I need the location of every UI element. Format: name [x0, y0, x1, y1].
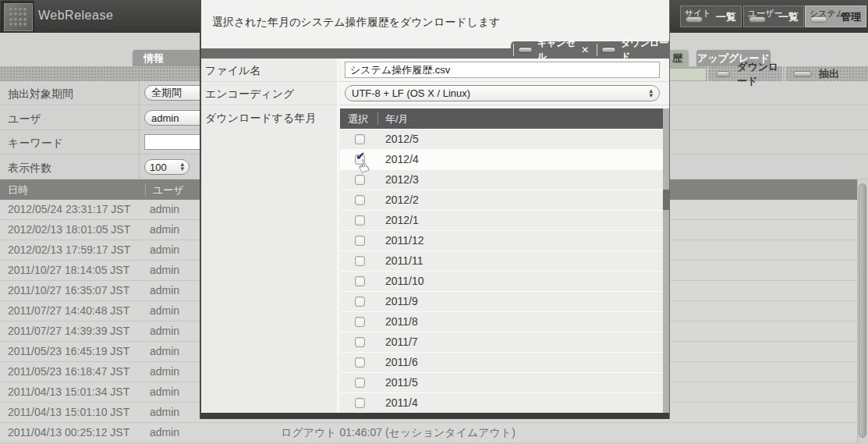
month-label: 2011/10	[385, 275, 424, 287]
month-row: ✔ 2011/12	[340, 230, 663, 250]
history-user: admin	[150, 203, 179, 215]
menu-user-list[interactable]: ユーザー 一覧	[743, 5, 804, 27]
user-select-value: admin	[151, 112, 179, 124]
close-icon[interactable]: ✕	[581, 44, 589, 55]
history-user: admin	[150, 385, 179, 398]
stepper-icon: ▴▾	[175, 162, 184, 171]
pill-icon	[793, 71, 812, 77]
bar-divider	[513, 44, 514, 56]
month-checkbox[interactable]: ✔	[355, 317, 365, 327]
app-logo-dots-icon	[4, 3, 33, 31]
filename-row: ファイル名	[201, 59, 669, 82]
column-select: 選択	[348, 112, 368, 126]
month-label: 2012/1	[385, 214, 419, 226]
column-month: 年/月	[385, 112, 409, 126]
month-row: ✔ 2012/2	[340, 190, 663, 210]
month-checkbox[interactable]: ✔	[355, 195, 365, 205]
toolbar-download-button[interactable]: ダウンロード	[707, 66, 783, 81]
dialog-title: 選択された年月のシステム操作履歴をダウンロードします	[212, 16, 501, 30]
month-row: ✔ 2012/1	[340, 210, 663, 230]
month-row: ✔ 2011/5	[340, 372, 663, 392]
history-user: admin	[150, 406, 179, 418]
stepper-icon: ▴▾	[644, 89, 653, 98]
month-row: ✔ 2011/4	[340, 392, 663, 413]
filename-value-cell	[340, 59, 669, 82]
month-row: ✔ 2012/3	[340, 169, 663, 190]
month-checkbox[interactable]: ✔	[355, 134, 365, 144]
toolbar-extract-button[interactable]: 抽出	[785, 66, 868, 81]
history-user: admin	[150, 223, 179, 236]
history-datetime: 2011/10/27 16:35:07 JST	[8, 284, 129, 297]
encoding-select-value: UTF-8 + LF (OS X / Linux)	[352, 87, 470, 99]
form-divider	[139, 81, 140, 179]
pill-icon	[716, 71, 730, 77]
count-select[interactable]: 100 ▴▾	[144, 159, 190, 175]
month-label: 2011/8	[385, 315, 418, 328]
month-row: ✔ 2011/11	[340, 250, 663, 271]
pill-icon	[601, 47, 616, 53]
dialog-button-bar-strip	[201, 48, 511, 59]
month-checkbox[interactable]: ✔	[355, 215, 365, 226]
history-user: admin	[150, 264, 179, 276]
filter-user-label: ユーザ	[8, 112, 41, 126]
month-checkbox[interactable]: ✔	[355, 398, 365, 408]
column-divider	[377, 112, 378, 125]
month-checkbox[interactable]: ✔	[355, 236, 365, 246]
month-row: ✔ 2011/10	[340, 271, 663, 291]
pill-icon	[810, 16, 827, 23]
filter-keyword-label: キーワード	[8, 137, 63, 151]
history-user: admin	[150, 304, 179, 317]
month-label: 2012/2	[385, 194, 419, 206]
month-checkbox[interactable]: ✔	[355, 337, 365, 347]
month-checkbox[interactable]: ✔	[355, 276, 365, 286]
history-datetime: 2011/04/13 15:01:34 JST	[8, 385, 129, 398]
column-datetime: 日時	[8, 183, 28, 197]
history-user: admin	[150, 365, 179, 378]
history-datetime: 2011/07/27 14:39:39 JST	[8, 325, 129, 337]
page-scrollbar-thumb[interactable]	[859, 183, 866, 438]
filter-count-label: 表示件数	[8, 162, 51, 176]
count-select-value: 100	[150, 162, 167, 173]
encoding-value-cell: UTF-8 + LF (OS X / Linux) ▴▾	[340, 82, 669, 105]
months-label-cell: ダウンロードする年月	[201, 105, 338, 413]
menu-system-admin[interactable]: システム 管理	[805, 5, 866, 27]
app-title: WebRelease	[38, 9, 113, 23]
encoding-select[interactable]: UTF-8 + LF (OS X / Linux) ▴▾	[345, 85, 660, 101]
months-scrollbar-track[interactable]	[663, 108, 669, 413]
months-rows: ✔ 2012/5 ✔ 2012/4 ✔	[340, 129, 663, 413]
months-table-header: 選択 年/月	[340, 108, 663, 129]
history-datetime: 2011/07/27 14:40:48 JST	[8, 304, 129, 317]
month-checkbox[interactable]: ✔	[355, 378, 365, 388]
history-datetime: 2012/05/24 23:31:17 JST	[8, 203, 130, 215]
dialog-title-area: 選択された年月のシステム操作履歴をダウンロードします	[201, 0, 669, 41]
months-scrollbar-thumb[interactable]	[663, 190, 669, 210]
download-dialog: 選択された年月のシステム操作履歴をダウンロードします キャンセル ✕ ダウンロー…	[200, 0, 670, 419]
month-label: 2011/7	[385, 336, 418, 348]
months-value-cell: 選択 年/月 ✔ 2012/5 ✔	[340, 105, 669, 413]
menu-action-label: 管理	[841, 10, 861, 24]
dialog-shadow	[201, 413, 669, 419]
column-divider	[145, 183, 146, 196]
month-label: 2011/5	[385, 376, 418, 389]
menu-site-list[interactable]: サイト 一覧	[680, 5, 742, 27]
history-action: ログアウト 01:46:07 (セッションタイムアウト)	[281, 426, 515, 440]
months-row: ダウンロードする年月 選択 年/月 ✔ 2012/5	[201, 105, 669, 413]
filename-input[interactable]	[345, 62, 660, 78]
history-datetime: 2011/04/13 15:01:10 JST	[8, 406, 129, 418]
menu-action-label: 一覧	[778, 10, 799, 24]
history-datetime: 2011/05/23 16:18:47 JST	[8, 365, 129, 378]
tab-info[interactable]: 情報	[132, 49, 210, 66]
history-user: admin	[150, 426, 179, 439]
menu-action-label: 一覧	[716, 10, 736, 24]
month-checkbox[interactable]: ✔	[355, 297, 365, 307]
month-checkbox[interactable]: ✔	[355, 357, 365, 368]
month-row: ✔ 2012/4	[340, 149, 663, 169]
month-label: 2011/9	[385, 295, 418, 307]
month-row: ✔ 2011/8	[340, 311, 663, 332]
month-row: ✔ 2012/5	[340, 129, 663, 149]
filter-period-label: 抽出対象期間	[8, 87, 73, 101]
month-checkbox[interactable]: ✔	[355, 256, 365, 266]
history-datetime: 2012/02/13 18:01:05 JST	[8, 223, 130, 236]
month-label: 2012/4	[385, 153, 419, 165]
encoding-label: エンコーディング	[205, 87, 294, 101]
